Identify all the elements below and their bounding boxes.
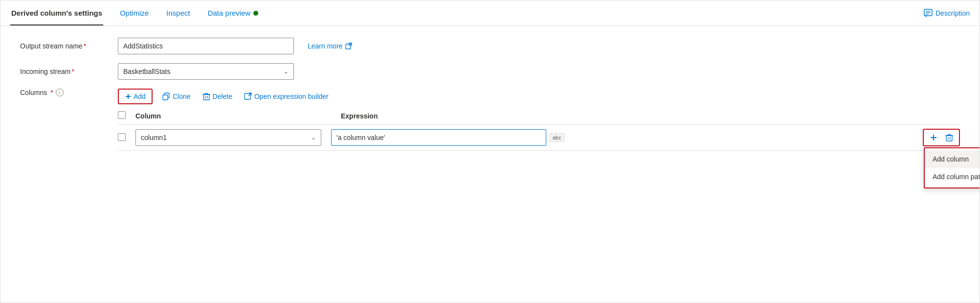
add-column-pattern-menu-item[interactable]: Add column pattern (925, 168, 980, 186)
svg-rect-9 (163, 95, 168, 100)
learn-more-label: Learn more (308, 42, 343, 50)
add-column-menu: Add column Add column pattern (924, 147, 980, 188)
description-button[interactable]: Description (924, 9, 970, 18)
header-expression-cell: Expression (341, 112, 960, 120)
output-stream-label: Output stream name* (20, 42, 118, 50)
main-content: Output stream name* Learn more Incoming … (0, 26, 980, 303)
table-header: Column Expression (118, 107, 960, 125)
row-delete-button[interactable] (943, 132, 955, 143)
clone-button[interactable]: Clone (156, 90, 197, 103)
header-column-cell: Column (135, 112, 341, 120)
learn-more-link[interactable]: Learn more (308, 42, 352, 50)
row-actions-highlighted: Add column Add column pattern (923, 129, 960, 146)
dropdown-chevron-icon: ⌄ (284, 68, 289, 75)
column-dropdown[interactable]: column1 ⌄ (135, 129, 321, 146)
action-buttons (928, 132, 955, 143)
tab-inspect[interactable]: Inspect (165, 0, 191, 25)
svg-line-5 (349, 43, 352, 46)
output-stream-row: Output stream name* Learn more (20, 38, 960, 54)
tab-optimize-label: Optimize (120, 9, 149, 17)
row-add-button[interactable] (928, 132, 939, 143)
columns-section: Columns* i (20, 89, 960, 151)
description-chat-icon (924, 9, 933, 18)
svg-rect-14 (245, 93, 250, 99)
column-header-label: Column (135, 112, 161, 120)
tab-optimize[interactable]: Optimize (119, 0, 150, 25)
add-label: Add (134, 93, 146, 100)
svg-rect-10 (203, 94, 209, 100)
delete-icon (202, 93, 210, 100)
row-checkbox[interactable] (118, 133, 126, 141)
clone-icon (162, 93, 170, 100)
incoming-stream-row: Incoming stream* BasketballStats ⌄ (20, 63, 960, 80)
tab-data-preview[interactable]: Data preview (207, 0, 260, 25)
column-dropdown-chevron-icon: ⌄ (311, 134, 316, 141)
info-icon[interactable]: i (56, 89, 64, 96)
column-value: column1 (141, 134, 167, 141)
header-check-cell (118, 111, 135, 120)
incoming-stream-label: Incoming stream* (20, 68, 118, 75)
external-link-icon (345, 43, 352, 49)
tab-derived-column-settings[interactable]: Derived column's settings (10, 0, 103, 25)
columns-toolbar: Add Clone (118, 89, 960, 104)
expression-builder-icon (244, 93, 252, 100)
add-column-pattern-label: Add column pattern (933, 173, 980, 181)
expression-header-label: Expression (341, 112, 378, 120)
column-cell: column1 ⌄ (135, 129, 321, 146)
add-button[interactable]: Add (119, 90, 152, 103)
tab-bar: Derived column's settings Optimize Inspe… (0, 0, 980, 26)
header-checkbox[interactable] (118, 111, 126, 119)
output-stream-input[interactable] (118, 38, 294, 54)
open-expression-builder-button[interactable]: Open expression builder (238, 90, 334, 103)
tab-inspect-label: Inspect (166, 9, 190, 17)
incoming-stream-value: BasketballStats (123, 68, 171, 75)
delete-button[interactable]: Delete (197, 90, 238, 103)
plus-icon (125, 93, 132, 100)
expression-cell: 'a column value' abc (321, 129, 918, 146)
columns-right-content: Add Clone (118, 89, 960, 151)
data-preview-status-dot (253, 11, 258, 16)
clone-label: Clone (173, 93, 191, 100)
open-expression-builder-label: Open expression builder (254, 93, 329, 100)
delete-label: Delete (213, 93, 232, 100)
add-column-menu-item[interactable]: Add column (925, 150, 980, 168)
tab-derived-column-settings-label: Derived column's settings (11, 9, 102, 17)
expression-input[interactable]: 'a column value' (331, 129, 546, 146)
row-plus-icon (930, 134, 937, 141)
row-delete-icon (945, 134, 953, 141)
expression-value: 'a column value' (336, 134, 385, 141)
add-column-label: Add column (933, 155, 969, 163)
table-row: column1 ⌄ 'a column value' abc (118, 125, 960, 151)
abc-badge: abc (549, 133, 565, 142)
columns-label: Columns* i (20, 89, 118, 96)
description-label: Description (935, 9, 970, 17)
incoming-stream-dropdown[interactable]: BasketballStats ⌄ (118, 63, 294, 80)
row-check-cell (118, 133, 135, 142)
tab-data-preview-label: Data preview (208, 9, 251, 17)
add-button-highlighted: Add (118, 89, 153, 104)
svg-rect-18 (946, 136, 952, 141)
